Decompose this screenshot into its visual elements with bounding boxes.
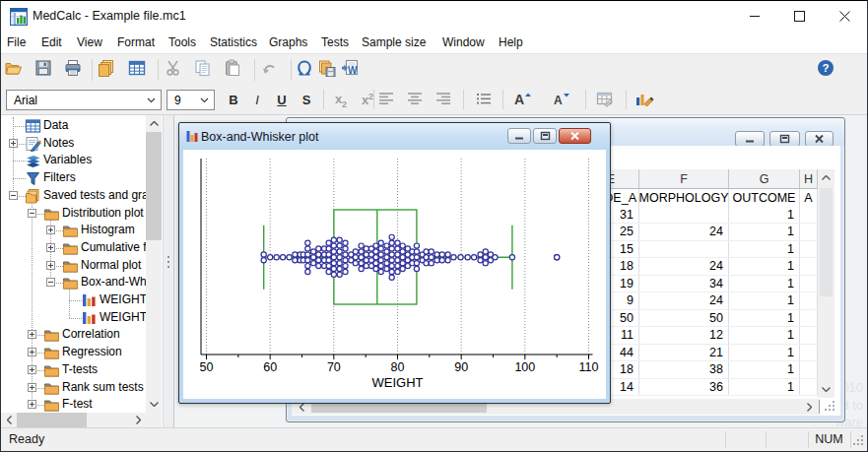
cell[interactable] [639,207,729,224]
minimize-button[interactable] [735,131,765,147]
cell[interactable]: 1 [729,207,800,224]
cell[interactable]: 1 [729,327,800,344]
spreadsheet-grid[interactable]: EFGHDE_AMORPHOLOGYOUTCOMEA31125241151182… [583,169,818,399]
cell[interactable] [800,224,818,240]
increase-font-button[interactable]: A [511,88,535,112]
column-header[interactable]: F [639,169,729,189]
paste-button[interactable] [220,57,245,83]
cell[interactable]: OUTCOME [729,189,800,207]
tree-item-weight[interactable]: WEIGHT [100,292,147,306]
scroll-down-icon[interactable] [818,381,835,398]
cell[interactable]: 1 [729,345,800,361]
decrease-font-button[interactable]: A [551,88,574,112]
cell[interactable]: 24 [639,224,729,240]
open-file-button[interactable] [1,57,27,83]
cell[interactable] [800,292,818,309]
sheet-vscrollbar[interactable] [818,169,835,398]
cell[interactable]: 24 [639,258,729,275]
expand-icon[interactable] [46,243,55,252]
cell[interactable] [800,379,818,396]
collapse-icon[interactable] [46,278,55,287]
copy-button[interactable] [190,57,216,83]
tree-vscrollbar[interactable] [146,115,162,413]
tree-item-data[interactable]: Data [43,118,68,132]
tree-item-histogram[interactable]: Histogram [81,223,135,236]
export-word-button[interactable]: W [337,57,363,83]
cell[interactable]: 1 [729,292,800,309]
expand-icon[interactable] [46,261,55,270]
cell[interactable]: 1 [729,310,800,327]
boxplot-window[interactable]: Box-and-Whisker plot [178,122,611,404]
window-resize-grip-icon[interactable] [852,434,865,447]
cell[interactable]: A [800,189,818,207]
cell[interactable]: 1 [729,241,800,258]
scroll-right-icon[interactable] [801,399,817,415]
cell[interactable] [800,241,818,258]
tree-item-correlation[interactable]: Correlation [62,327,120,341]
underline-button[interactable]: U [270,88,294,112]
scroll-up-icon[interactable] [146,115,162,132]
restore-button[interactable] [769,131,800,147]
tree-item-cumulative-fr[interactable]: Cumulative fr [81,240,151,254]
expand-icon[interactable] [28,365,36,374]
close-button[interactable] [822,1,866,32]
menu-statistics[interactable]: Statistics [210,35,257,49]
expand-icon[interactable] [28,330,36,339]
expand-icon[interactable] [46,226,55,234]
tree-item-f-test[interactable]: F-test [62,397,93,411]
close-button[interactable] [559,128,591,144]
cell[interactable]: 1 [729,224,800,240]
scroll-down-icon[interactable] [146,396,162,413]
menu-graphs[interactable]: Graphs [269,35,307,49]
edit-chart-button[interactable] [633,88,656,112]
column-header[interactable]: G [729,169,800,189]
restore-button[interactable] [533,128,557,144]
tree-item-rank-sum-tests[interactable]: Rank sum tests [62,380,144,394]
tree-item-notes[interactable]: Notes [43,136,74,150]
expand-icon[interactable] [28,400,36,409]
tree-item-t-tests[interactable]: T-tests [62,362,98,376]
cell[interactable]: 21 [639,345,729,361]
tree-item-regression[interactable]: Regression [62,345,122,358]
scroll-thumb[interactable] [17,413,87,427]
save-button[interactable] [31,57,56,83]
maximize-button[interactable] [776,1,821,32]
scroll-up-icon[interactable] [818,169,835,186]
align-right-button[interactable] [432,88,455,112]
menu-edit[interactable]: Edit [41,35,62,49]
menu-window[interactable]: Window [442,35,485,49]
menu-tests[interactable]: Tests [321,35,349,49]
cell[interactable]: MORPHOLOGY [639,189,729,207]
tree-item-variables[interactable]: Variables [43,153,92,166]
menu-format[interactable]: Format [117,35,155,49]
undo-button[interactable] [256,57,282,83]
list-button[interactable] [472,88,496,112]
scroll-right-icon[interactable] [130,413,146,427]
scroll-left-icon[interactable] [1,413,17,427]
cell[interactable]: 1 [729,276,800,292]
collapse-icon[interactable] [28,209,36,218]
font-name-combobox[interactable]: Arial [6,90,162,110]
cell[interactable]: 1 [729,361,800,378]
cell[interactable]: 50 [639,310,729,327]
table-properties-button[interactable] [593,88,617,112]
tree-item-box-and-whi[interactable]: Box-and-Whi [81,275,149,289]
panel-splitter[interactable] [163,115,174,427]
strike-button[interactable]: S [295,88,318,112]
cell[interactable] [800,310,818,327]
tree-hscrollbar[interactable] [1,413,146,427]
align-left-button[interactable] [374,88,398,112]
scroll-thumb[interactable] [146,132,162,240]
column-header[interactable]: H [800,169,818,189]
tree-item-filters[interactable]: Filters [43,170,76,184]
cell[interactable] [800,345,818,361]
data-table-button[interactable] [124,57,150,83]
align-center-button[interactable] [403,88,427,112]
expand-icon[interactable] [28,348,36,356]
tree-item-weight[interactable]: WEIGHT [100,310,147,324]
cell[interactable] [800,276,818,292]
cell[interactable] [800,258,818,275]
bold-button[interactable]: B [222,88,245,112]
minimize-button[interactable] [732,1,776,32]
italic-button[interactable]: I [245,88,269,112]
